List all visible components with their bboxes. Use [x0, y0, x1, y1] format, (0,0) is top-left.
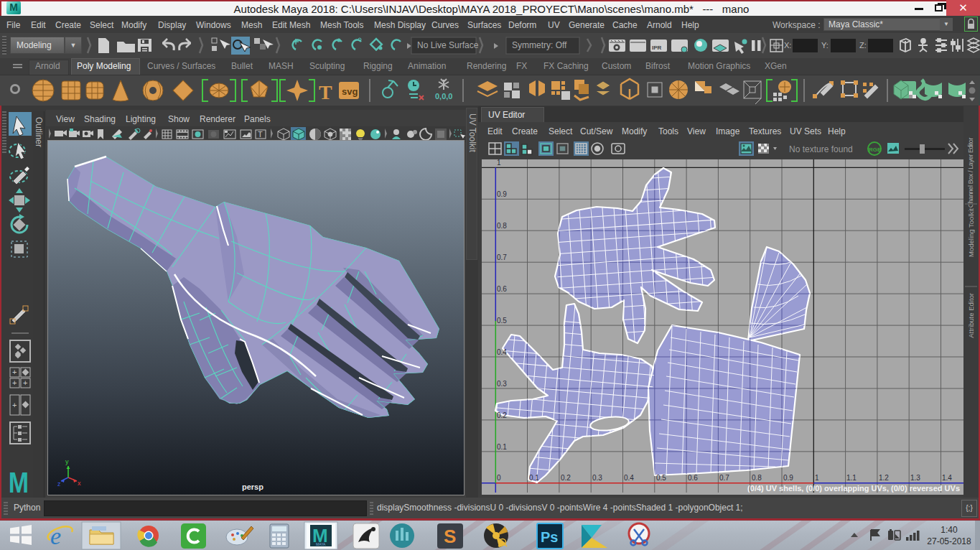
svg-text:Y:: Y:: [821, 41, 829, 50]
svg-text:0.4: 0.4: [624, 474, 634, 482]
svg-text:Symmetry: Off: Symmetry: Off: [512, 40, 567, 50]
svg-text:x: x: [78, 480, 81, 487]
svg-text:1.1: 1.1: [846, 474, 857, 482]
svg-text:RGB: RGB: [869, 146, 882, 153]
svg-text:0.2: 0.2: [561, 474, 571, 482]
svg-text:e: e: [50, 523, 61, 549]
svg-text:0.7: 0.7: [497, 253, 507, 261]
svg-text:y: y: [65, 458, 69, 465]
svg-text:No texture found: No texture found: [789, 144, 853, 154]
svg-text:svg: svg: [342, 86, 358, 97]
svg-text:persp: persp: [242, 483, 263, 491]
svg-text:27-05-2018: 27-05-2018: [927, 536, 971, 546]
svg-text:1: 1: [497, 159, 501, 167]
svg-text:1.2: 1.2: [879, 474, 889, 482]
svg-text:0.2: 0.2: [497, 411, 507, 419]
svg-text:z: z: [57, 480, 61, 488]
svg-text:0.8: 0.8: [752, 474, 762, 482]
svg-text:0.5: 0.5: [497, 317, 507, 325]
svg-text:0,0,0: 0,0,0: [435, 92, 452, 101]
svg-text:0.7: 0.7: [719, 474, 729, 482]
svg-text:0.6: 0.6: [688, 474, 698, 482]
svg-text:0.3: 0.3: [592, 474, 602, 482]
svg-text:0.8: 0.8: [497, 222, 507, 230]
svg-text:0.1: 0.1: [497, 443, 507, 451]
svg-text:T: T: [319, 81, 332, 103]
svg-text:Z:: Z:: [859, 41, 867, 50]
svg-text:1: 1: [815, 474, 819, 482]
svg-text:MAYA: MAYA: [316, 542, 326, 546]
svg-text:IPR: IPR: [652, 45, 662, 51]
svg-text:Ps: Ps: [541, 529, 558, 545]
svg-text:(0/4) UV shells, (0/0) overlap: (0/4) UV shells, (0/0) overlapping UVs, …: [747, 484, 960, 493]
svg-text:1:40: 1:40: [941, 525, 958, 535]
svg-text:1.4: 1.4: [942, 474, 952, 482]
svg-text:M: M: [9, 466, 29, 498]
svg-text:+: +: [12, 401, 17, 409]
svg-text:0.9: 0.9: [783, 474, 793, 482]
svg-text:0.3: 0.3: [497, 380, 507, 388]
svg-text:+: +: [12, 378, 17, 387]
svg-text:No Live Surface: No Live Surface: [417, 40, 479, 50]
svg-text:0.4: 0.4: [497, 348, 507, 356]
svg-text:S: S: [444, 526, 456, 547]
svg-text:X:: X:: [784, 41, 791, 50]
svg-text:1.3: 1.3: [910, 474, 920, 482]
svg-text:0.5: 0.5: [656, 474, 666, 482]
svg-text:0.9: 0.9: [497, 190, 507, 198]
svg-text:+: +: [12, 368, 17, 376]
svg-text:+: +: [23, 378, 27, 387]
svg-text:0.1: 0.1: [529, 474, 539, 482]
svg-text:T: T: [258, 130, 263, 139]
svg-text:0.6: 0.6: [497, 285, 507, 293]
svg-text:0: 0: [497, 474, 501, 482]
